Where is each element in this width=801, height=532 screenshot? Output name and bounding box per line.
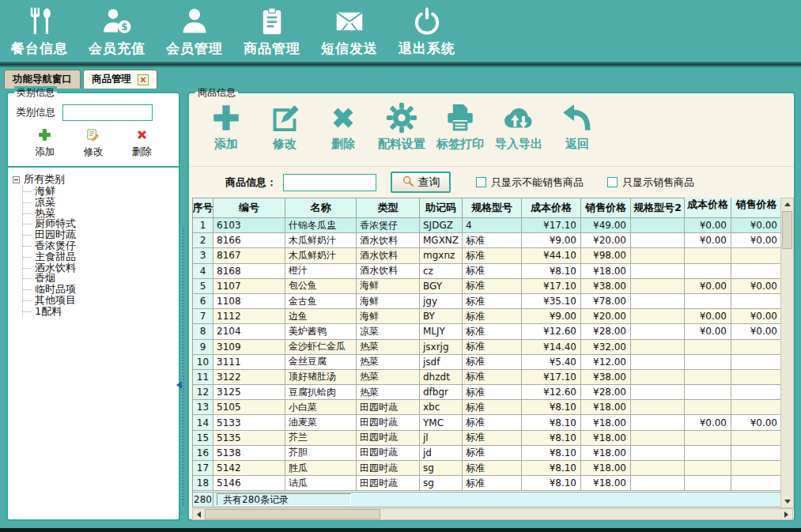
product-toolbar-add-button[interactable]: 添加 xyxy=(197,101,255,164)
tree-item-3[interactable]: 热菜 xyxy=(23,208,176,219)
toolbar-button-label: 修改 xyxy=(273,137,297,152)
toolbar-item-sms-send[interactable]: 短信发送 xyxy=(318,6,381,58)
category-modify-button[interactable]: 修改 xyxy=(83,128,103,159)
toolbar-button-label: 删除 xyxy=(331,137,355,152)
cell xyxy=(631,324,685,339)
tree-item-7[interactable]: 主食甜品 xyxy=(23,251,176,262)
tree-item-4[interactable]: 厨师特式 xyxy=(23,218,176,229)
column-header-4[interactable]: 类型 xyxy=(357,198,420,218)
tree-item-11[interactable]: 其他项目 xyxy=(23,295,176,306)
toolbar-item-product-management[interactable]: 商品管理 xyxy=(240,6,304,58)
tree-item-8[interactable]: 酒水饮料 xyxy=(23,262,176,274)
checkbox-icon[interactable] xyxy=(476,177,486,187)
cell: ¥8.10 xyxy=(522,476,581,491)
product-panel-title: 商品信息 xyxy=(195,86,238,99)
cell xyxy=(685,264,731,279)
cell: ¥18.00 xyxy=(581,264,631,279)
table-row[interactable]: 16103什锦冬瓜盅香浓煲仔SJDGZ4¥17.10¥49.00¥0.00¥0.… xyxy=(193,218,781,233)
tree-item-1[interactable]: 海鲜 xyxy=(23,186,176,197)
cell xyxy=(631,415,685,430)
query-button[interactable]: 查询 xyxy=(391,172,451,193)
column-header-6[interactable]: 规格型号 xyxy=(463,198,522,218)
product-toolbar-ingredients-button[interactable]: 配料设置 xyxy=(372,101,431,164)
column-header-11[interactable]: 销售价格 xyxy=(731,198,781,218)
product-toolbar-back-button[interactable]: 返回 xyxy=(548,101,606,164)
toolbar-item-exit-system[interactable]: 退出系统 xyxy=(395,6,459,58)
product-toolbar-label-print-button[interactable]: 标签打印 xyxy=(431,101,489,164)
table-row[interactable]: 82104美炉酱鸭凉菜MLJY标准¥12.60¥28.00¥0.00¥0.00 xyxy=(193,324,781,339)
tab-product-management[interactable]: 商品管理 xyxy=(83,70,157,89)
table-row[interactable]: 48168橙汁酒水饮料cz标准¥8.10¥18.00 xyxy=(193,264,781,279)
column-header-2[interactable]: 编号 xyxy=(213,198,285,218)
splitter-collapse-icon[interactable] xyxy=(176,381,182,389)
panel-splitter[interactable] xyxy=(183,228,184,506)
product-toolbar-import-export-button[interactable]: 导入导出 xyxy=(489,101,548,164)
tree-item-9[interactable]: 香烟 xyxy=(23,273,176,284)
cell: 热菜 xyxy=(357,340,420,355)
toolbar-button-label: 添加 xyxy=(214,137,238,152)
column-header-10[interactable]: 成本价格 xyxy=(685,198,731,218)
button-label: 修改 xyxy=(83,145,103,159)
table-row[interactable]: 61108金古鱼海鲜jgy标准¥35.10¥78.00 xyxy=(193,294,781,309)
product-toolbar-delete-button[interactable]: 删除 xyxy=(314,101,372,164)
table-row[interactable]: 51107包公鱼海鲜BGY标准¥17.10¥38.00¥0.00¥0.00 xyxy=(193,279,781,294)
product-toolbar-modify-button[interactable]: 修改 xyxy=(255,101,314,164)
table-row[interactable]: 28166木瓜鲜奶汁酒水饮料MGXNZ标准¥9.00¥20.00¥0.00¥0.… xyxy=(193,233,781,248)
table-row[interactable]: 155135芥兰田园时蔬jl标准¥8.10¥18.00 xyxy=(193,431,781,446)
tree-item-6[interactable]: 香浓煲仔 xyxy=(23,240,176,251)
column-header-7[interactable]: 成本价格 xyxy=(522,198,581,218)
table-row[interactable]: 113122顶好猪肚汤热菜dhzdt标准¥17.10¥38.00 xyxy=(193,370,781,385)
table-row[interactable]: 175142胜瓜田园时蔬sg标准¥8.10¥18.00 xyxy=(193,461,781,476)
toolbar-item-member-management[interactable]: 会员管理 xyxy=(163,6,226,58)
table-row[interactable]: 165138芥胆田园时蔬jd标准¥8.10¥18.00 xyxy=(193,446,781,461)
table-row[interactable]: 135105小白菜田园时蔬xbc标准¥8.10¥18.00 xyxy=(193,400,781,415)
close-tab-icon[interactable] xyxy=(138,74,149,85)
tree-item-2[interactable]: 凉菜 xyxy=(23,197,176,208)
table-row[interactable]: 185146诘瓜田园时蔬sg标准¥8.10¥18.00 xyxy=(193,476,781,491)
table-row[interactable]: 103111金丝豆腐热菜jsdf标准¥5.40¥12.00 xyxy=(193,355,781,370)
vertical-scrollbar[interactable] xyxy=(780,198,794,508)
cell: ¥20.00 xyxy=(581,233,631,248)
scroll-right-button[interactable] xyxy=(780,509,792,519)
category-add-button[interactable]: 添加 xyxy=(35,128,55,159)
filter-sellable-checkbox[interactable]: 只显示销售商品 xyxy=(607,175,694,190)
scroll-left-button[interactable] xyxy=(193,509,205,519)
toolbar-item-member-recharge[interactable]: $会员充值 xyxy=(85,6,149,58)
table-row[interactable]: 38167木瓜鲜奶汁酒水饮料mgxnz标准¥44.10¥98.00 xyxy=(193,248,781,263)
column-header-5[interactable]: 助记码 xyxy=(420,198,463,218)
cell: sg xyxy=(420,476,463,491)
scroll-up-button[interactable] xyxy=(781,198,793,210)
toolbar-item-table-info[interactable]: 餐台信息 xyxy=(8,6,71,58)
cell: 5105 xyxy=(213,400,285,415)
scroll-down-button[interactable] xyxy=(781,496,793,507)
tree-collapse-icon[interactable] xyxy=(13,176,20,183)
cell: 标准 xyxy=(463,264,522,279)
toolbar-item-label: 会员充值 xyxy=(89,40,145,58)
cell: 橙汁 xyxy=(285,264,357,279)
cell xyxy=(631,248,685,263)
tree-item-12[interactable]: 1配料 xyxy=(23,306,176,317)
tree-item-10[interactable]: 临时品项 xyxy=(23,284,176,295)
tree-root-all-categories[interactable]: 所有类别 xyxy=(13,173,176,186)
horizontal-scrollbar[interactable] xyxy=(192,508,793,520)
vertical-scroll-thumb[interactable] xyxy=(782,211,792,249)
category-input[interactable] xyxy=(62,104,153,121)
table-row[interactable]: 145133油麦菜田园时蔬YMC标准¥8.10¥18.00¥0.00¥0.00 xyxy=(193,415,781,430)
column-header-9[interactable]: 规格型号2 xyxy=(631,198,685,218)
cell: 标准 xyxy=(463,446,522,461)
product-search-input[interactable] xyxy=(283,174,376,191)
column-header-1[interactable]: 序号 xyxy=(193,198,213,218)
tree-item-5[interactable]: 田园时蔬 xyxy=(23,229,176,240)
table-row[interactable]: 71112边鱼海鲜BY标准¥9.00¥20.00¥0.00¥0.00 xyxy=(193,309,781,324)
category-delete-button[interactable]: 删除 xyxy=(132,128,152,159)
cell: ¥14.40 xyxy=(522,340,581,355)
column-header-3[interactable]: 名称 xyxy=(285,198,357,218)
cell: ¥12.60 xyxy=(522,385,581,400)
column-header-8[interactable]: 销售价格 xyxy=(581,198,631,218)
checkbox-icon[interactable] xyxy=(607,177,618,187)
filter-unsellable-checkbox[interactable]: 只显示不能销售商品 xyxy=(476,175,584,190)
table-row[interactable]: 93109金沙虾仁金瓜热菜jsxrjg标准¥14.40¥32.00 xyxy=(193,340,781,355)
horizontal-scroll-thumb[interactable] xyxy=(205,509,380,519)
toolbar-item-label: 会员管理 xyxy=(166,40,223,58)
table-row[interactable]: 123125豆腐扒蛤肉热菜dfbgr标准¥12.60¥28.00 xyxy=(193,385,781,400)
